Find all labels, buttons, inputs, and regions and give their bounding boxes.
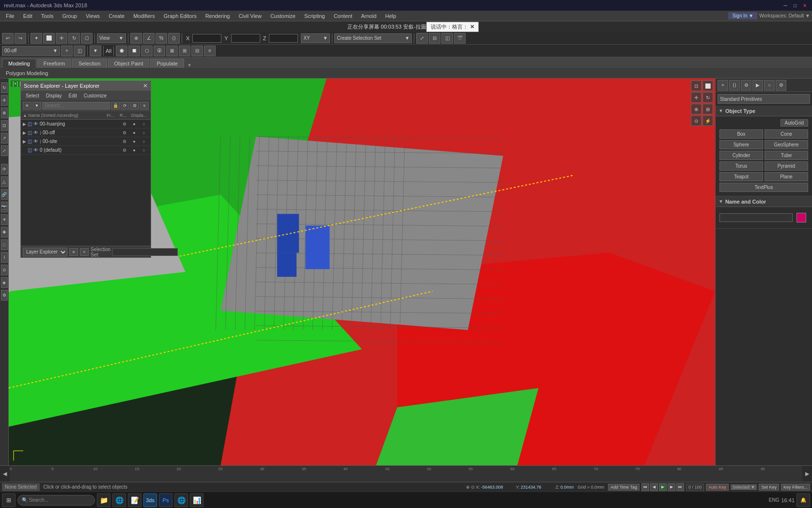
pb-prev-frame[interactable]: ◀	[650, 483, 658, 491]
add-time-tag-button[interactable]: Add Time Tag	[608, 484, 640, 491]
se-sort-btn[interactable]: ≡	[140, 102, 149, 110]
key-filters-button[interactable]: Key Filters...	[781, 484, 810, 491]
undo-button[interactable]: ↩	[2, 33, 14, 44]
new-layer[interactable]: +	[61, 46, 73, 56]
scale-button[interactable]: ⬡	[81, 33, 93, 44]
nav-zoom[interactable]: ⊕	[691, 104, 702, 114]
nav-pan[interactable]: ✛	[691, 92, 702, 103]
spinner-snap[interactable]: ⟨⟩	[168, 33, 180, 44]
vp-zoom[interactable]: ⊕	[1, 108, 8, 118]
vp-utility[interactable]: ⚙	[1, 290, 8, 301]
layer-props[interactable]: ◫	[74, 46, 85, 56]
object-name-input[interactable]	[719, 213, 793, 222]
prim-teapot[interactable]: Teapot	[719, 172, 763, 181]
rp-create[interactable]: +	[718, 80, 728, 91]
tab-populate[interactable]: Populate	[150, 59, 184, 68]
tab-expand-button[interactable]: ▼	[187, 63, 192, 68]
menu-help[interactable]: Help	[381, 12, 400, 20]
snap-toggle[interactable]: ⊕	[130, 33, 142, 44]
object-name-dropdown[interactable]: 00-off ▼	[2, 46, 60, 56]
sign-in-button[interactable]: Sign In ▼	[728, 12, 757, 19]
menu-tools[interactable]: Tools	[37, 12, 58, 20]
vp-camera[interactable]: 📷	[1, 202, 8, 212]
menu-modifiers[interactable]: Modifiers	[129, 12, 159, 20]
prim-box[interactable]: Box	[719, 129, 763, 139]
rp-hierarchy[interactable]: ⚙	[741, 80, 751, 91]
vp-move[interactable]: ⤢	[1, 145, 8, 156]
selection-set-dropdown[interactable]: Create Selection Set ▼	[334, 33, 412, 43]
speech-close-button[interactable]: ✕	[470, 24, 474, 30]
layer-row-off[interactable]: ▶ ◫ 👁 ⟩ 00-off ⚙ ● ○	[21, 128, 151, 137]
vp-link[interactable]: 🔗	[1, 189, 8, 200]
taskbar-browser[interactable]: 🌐	[112, 493, 126, 507]
close-button[interactable]: ✕	[801, 2, 808, 9]
vp-sel[interactable]: ↗	[1, 133, 8, 143]
color-swatch[interactable]	[796, 213, 806, 222]
named-sel-4[interactable]: ⦿	[154, 46, 165, 56]
redo-button[interactable]: ↪	[15, 33, 26, 44]
tab-freeform[interactable]: Freeform	[37, 59, 72, 68]
vp-display[interactable]: ◈	[1, 277, 8, 288]
se-menu-display[interactable]: Display	[43, 92, 65, 99]
expand-icon-huanjing[interactable]: ▶	[23, 122, 28, 127]
prim-cone[interactable]: Cone	[765, 129, 808, 139]
move-button[interactable]: ✛	[56, 33, 67, 44]
rotate-button[interactable]: ↻	[68, 33, 80, 44]
axis-dropdown[interactable]: XY ▼	[301, 33, 330, 43]
prim-cylinder[interactable]: Cylinder	[719, 151, 763, 160]
percent-snap[interactable]: %	[156, 33, 167, 44]
named-sel-5[interactable]: ⊠	[166, 46, 178, 56]
taskbar-photoshop[interactable]: Ps	[159, 493, 172, 507]
vp-scale[interactable]: △	[1, 176, 8, 187]
menu-group[interactable]: Group	[58, 12, 81, 20]
scene-explorer-titlebar[interactable]: Scene Explorer - Layer Explorer ✕	[21, 81, 151, 91]
taskbar-app-misc[interactable]: 📊	[190, 493, 203, 507]
layer-button[interactable]: ◫	[441, 33, 453, 44]
none-selected-btn[interactable]: None Selected	[2, 483, 40, 491]
align-button[interactable]: ⊟	[429, 33, 440, 44]
se-clear-btn[interactable]: ✕	[23, 102, 31, 110]
x-input[interactable]	[192, 34, 221, 43]
pb-play[interactable]: ▶	[659, 483, 667, 491]
rp-motion[interactable]: ▶	[752, 80, 763, 91]
menu-file[interactable]: File	[2, 12, 18, 20]
expand-icon-site[interactable]: ▶	[23, 139, 28, 144]
se-filter-btn[interactable]: ▼	[32, 102, 41, 110]
layer-row-site[interactable]: ▶ ◫ 👁 ⟩ 00-site ⚙ ● ○	[21, 137, 151, 146]
scene-explorer-search[interactable]	[42, 102, 110, 110]
select-region-button[interactable]: ⬜	[43, 33, 55, 44]
menu-rendering[interactable]: Rendering	[202, 12, 234, 20]
prim-torus[interactable]: Torus	[719, 161, 763, 171]
angle-snap[interactable]: ∠	[143, 33, 155, 44]
object-type-header[interactable]: ▼ Object Type	[716, 106, 812, 116]
se-menu-edit[interactable]: Edit	[66, 92, 80, 99]
timeline-next-button[interactable]: ▶	[802, 471, 812, 477]
menu-arnold[interactable]: Arnold	[357, 12, 380, 20]
vp-light[interactable]: ☀	[1, 214, 8, 225]
se-footer-dropdown[interactable]: Layer Explorer	[23, 248, 67, 256]
nav-walk[interactable]: ⚡	[703, 115, 713, 126]
nav-zoom-region[interactable]: ⬜	[703, 80, 713, 91]
se-sync-btn[interactable]: ⟳	[121, 102, 129, 110]
named-sel-6[interactable]: ⊞	[179, 46, 190, 56]
tab-object-paint[interactable]: Object Paint	[108, 59, 150, 68]
nav-field-view[interactable]: ⊙	[691, 115, 702, 126]
se-menu-customize[interactable]: Customize	[81, 92, 109, 99]
taskbar-browser2[interactable]: 🌐	[174, 493, 188, 507]
standard-primitives-dropdown[interactable]: Standard Primitives	[718, 94, 810, 104]
nav-orbit-sel[interactable]: ↻	[703, 92, 713, 103]
notification-icon[interactable]: 🔔	[796, 493, 810, 507]
pb-end[interactable]: ⏭	[676, 483, 684, 491]
z-input[interactable]	[269, 34, 298, 43]
vp-pan[interactable]: ✛	[1, 95, 8, 106]
vp-shape[interactable]: □	[1, 239, 8, 250]
menu-content[interactable]: Content	[330, 12, 357, 20]
autogrid-button[interactable]: AutoGrid	[781, 119, 808, 127]
mirror-button[interactable]: ⤢	[416, 33, 428, 44]
named-sel-3[interactable]: ⬡	[141, 46, 153, 56]
auto-key-button[interactable]: Auto Key	[706, 484, 729, 491]
menu-customize[interactable]: Customize	[266, 12, 299, 20]
taskbar-notepad[interactable]: 📝	[128, 493, 141, 507]
y-input[interactable]	[231, 34, 260, 43]
selection-set-input[interactable]	[112, 248, 178, 256]
